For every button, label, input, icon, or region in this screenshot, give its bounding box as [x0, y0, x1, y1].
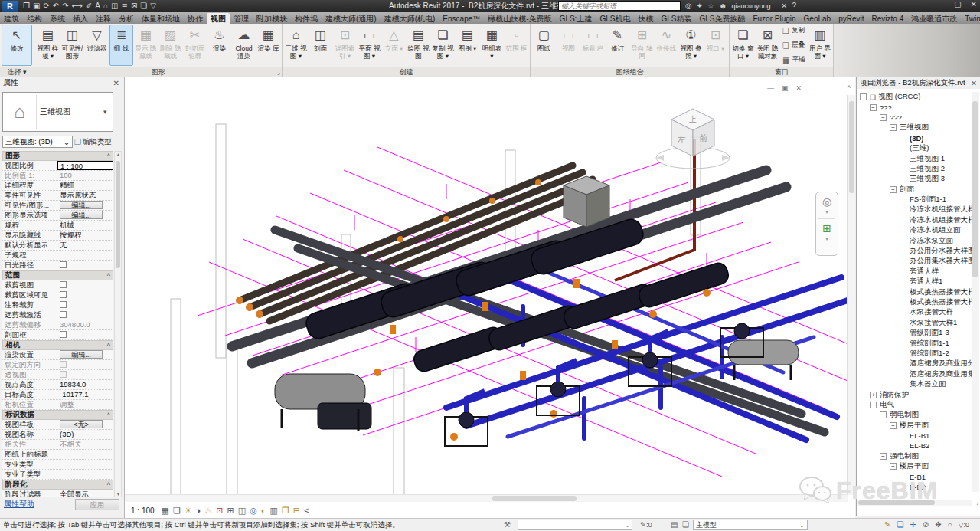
collapse-box-icon[interactable]: −	[870, 104, 877, 111]
browser-item-旁通大样1[interactable]: 旁通大样1	[857, 277, 972, 287]
ribbon-button-平铺[interactable]: ▦平铺	[780, 54, 807, 65]
browser-item-三维视图 1[interactable]: 三维视图 1	[857, 153, 972, 163]
prop-edit-button[interactable]: 编辑...	[60, 211, 103, 219]
browser-item-(3D)[interactable]: (3D)	[857, 133, 972, 143]
browser-item-视图 (CRCC)[interactable]: −❏视图 (CRCC)	[857, 92, 972, 102]
ribbon-tab-Twinmotion[interactable]: Twinmotion	[961, 13, 980, 24]
browser-item-楼层平面[interactable]: −楼层平面	[857, 461, 972, 471]
browser-item-电气[interactable]: −电气	[857, 400, 972, 410]
ribbon-tab-GLS精装[interactable]: GLS精装	[657, 13, 695, 24]
collapse-box-icon[interactable]: −	[880, 453, 887, 460]
ribbon-tab-视图[interactable]: 视图	[207, 13, 230, 24]
ribbon-tab-GLS免费族酷[interactable]: GLS免费族酷	[695, 13, 749, 24]
collapse-icon[interactable]: ^	[107, 342, 110, 349]
prop-group-范围[interactable]: 范围^	[2, 270, 113, 280]
properties-scrollbar[interactable]: ▲ ▼	[114, 151, 122, 497]
active-workset-select[interactable]: ⌄	[518, 520, 632, 530]
ribbon-tab-建模大师(通用)[interactable]: 建模大师(通用)	[322, 13, 381, 24]
checkbox[interactable]	[60, 371, 67, 378]
section-icon[interactable]: ◫	[111, 1, 118, 11]
browser-item-剖面[interactable]: −剖面	[857, 185, 972, 195]
browser-item-EL-B1[interactable]: EL-B1	[857, 431, 972, 441]
steering-wheel-icon[interactable]: ◎	[822, 195, 831, 208]
browser-item-管综剖面1-1[interactable]: 管综剖面1-1	[857, 338, 972, 348]
collapse-icon[interactable]: ^	[107, 152, 110, 160]
ribbon-button-修订[interactable]: ✎修订	[606, 25, 629, 66]
browser-item-管综剖面1-2[interactable]: 管综剖面1-2	[857, 349, 972, 359]
ribbon-tab-系统[interactable]: 系统	[46, 13, 69, 24]
ribbon-tab-分析[interactable]: 分析	[115, 13, 138, 24]
checkbox[interactable]	[60, 331, 67, 338]
sun-path-icon[interactable]: ☀	[185, 506, 192, 516]
ribbon-button-层叠[interactable]: ❏层叠	[780, 40, 807, 51]
collapse-box-icon[interactable]: −	[890, 124, 897, 131]
communication-center-icon[interactable]: ✕	[781, 2, 787, 10]
collapse-box-icon[interactable]: −	[890, 422, 897, 429]
ribbon-tab-结构[interactable]: 结构	[23, 13, 46, 24]
sync-icon[interactable]: ⟳	[43, 1, 49, 11]
checkbox[interactable]	[60, 301, 67, 308]
collapse-icon[interactable]: ^	[107, 411, 110, 419]
ribbon-button-视图 样板[interactable]: ▤视图 样板 ▾	[36, 25, 60, 66]
favorites-icon[interactable]: ☆	[707, 2, 714, 10]
collapse-box-icon[interactable]: −	[860, 93, 867, 100]
ribbon-tab-GLS机电[interactable]: GLS机电	[596, 13, 634, 24]
ribbon-tab-协作[interactable]: 协作	[184, 13, 207, 24]
browser-item-楼层平面[interactable]: −楼层平面	[857, 421, 972, 431]
browser-vertical-scrollbar[interactable]	[972, 92, 979, 492]
exclude-options-icon[interactable]: ⊘	[923, 520, 929, 529]
unlocked-3d-view-icon[interactable]: ◫	[238, 506, 246, 516]
view-close-icon[interactable]: ✕	[795, 84, 802, 92]
search-icon[interactable]: ◎	[685, 2, 692, 10]
ribbon-tab-pyRevit[interactable]: pyRevit	[835, 13, 867, 24]
browser-item-EL-B2[interactable]: EL-B2	[857, 441, 972, 451]
apply-button[interactable]: 应用	[75, 499, 119, 510]
ribbon-button-图例[interactable]: ▤图例 ▾	[456, 25, 479, 66]
thin-lines-icon[interactable]: ≣	[122, 1, 128, 11]
ribbon-button-渲染 库[interactable]: ▦渲染 库	[256, 25, 280, 66]
ribbon-button-三维 视图[interactable]: ⌂三维 视图 ▾	[284, 25, 308, 66]
browser-item-板式换热器接管大样2[interactable]: 板式换热器接管大样2	[857, 297, 972, 307]
checkbox[interactable]	[60, 261, 67, 268]
help-icon[interactable]: ?	[792, 2, 796, 10]
browser-item-水泵接管大样[interactable]: 水泵接管大样	[857, 307, 972, 317]
drawing-area[interactable]: — ▣ ✕ ^ 上 左 前 ◎ ▾ ⊞ ▾ 1 : 100 ▦❏☀◑♨⊡⊞◫◎◐…	[124, 77, 855, 518]
design-option-select[interactable]: 主模型⌄	[693, 520, 808, 530]
project-browser-close-icon[interactable]: ✕	[971, 79, 977, 87]
close-button[interactable]: ✕	[971, 0, 977, 8]
undo-icon[interactable]: ↶	[53, 1, 59, 11]
view-restore-icon[interactable]: ▣	[782, 84, 789, 92]
edit-requests-badge[interactable]: ✎:0	[640, 520, 652, 529]
ribbon-tab-构件坞[interactable]: 构件坞	[291, 13, 322, 24]
type-selector[interactable]: ⌂ 三维视图 ▾	[2, 92, 113, 132]
collapse-box-icon[interactable]: −	[880, 411, 887, 418]
ribbon-tab-鸿业暖通市政[interactable]: 鸿业暖通市政	[907, 13, 961, 24]
prop-edit-button[interactable]: <无>	[60, 420, 103, 428]
temporary-view-properties-icon[interactable]: ▥	[270, 506, 277, 516]
scroll-right-icon[interactable]: ›	[976, 500, 978, 507]
rendering-dialog-icon[interactable]: ♨	[204, 506, 212, 516]
minimize-button[interactable]: —	[937, 0, 945, 8]
ribbon-tab-注释[interactable]: 注释	[92, 13, 115, 24]
ribbon-button-可见性/ 图形[interactable]: ◫可见性/ 图形	[60, 25, 84, 66]
detail-level-icon[interactable]: ❏	[173, 506, 181, 516]
user-icon[interactable]: ☻	[719, 2, 727, 10]
background-process-icon[interactable]: ○	[948, 520, 952, 529]
checkbox[interactable]	[60, 311, 67, 318]
redo-icon[interactable]: ↷	[62, 1, 68, 11]
browser-item-(三维)[interactable]: (三维)	[857, 143, 972, 153]
edit-type-button[interactable]: ❐ 编辑类型	[74, 136, 121, 148]
ribbon-tab-Enscape™[interactable]: Enscape™	[439, 13, 484, 24]
canvas-vertical-scrollbar[interactable]	[847, 95, 855, 495]
prop-group-阶段化[interactable]: 阶段化^	[2, 480, 113, 490]
text-icon[interactable]: A	[95, 1, 100, 11]
properties-help-link[interactable]: 属性帮助	[4, 499, 34, 510]
ribbon-button-复制[interactable]: ❐复制	[780, 25, 807, 36]
ribbon-button-细 线[interactable]: ≣细 线	[109, 25, 133, 66]
switch-windows-icon[interactable]: ❏	[140, 1, 147, 11]
browser-item-???[interactable]: −???	[857, 102, 972, 112]
signed-in-user[interactable]: qiaocunyong...	[732, 2, 777, 10]
reveal-constraints-icon[interactable]: ⊟	[293, 506, 300, 516]
reveal-hidden-elements-icon[interactable]: ◐	[261, 506, 266, 515]
browser-item-酒店裙房及商业用分水器[interactable]: 酒店裙房及商业用分水器	[857, 359, 972, 369]
